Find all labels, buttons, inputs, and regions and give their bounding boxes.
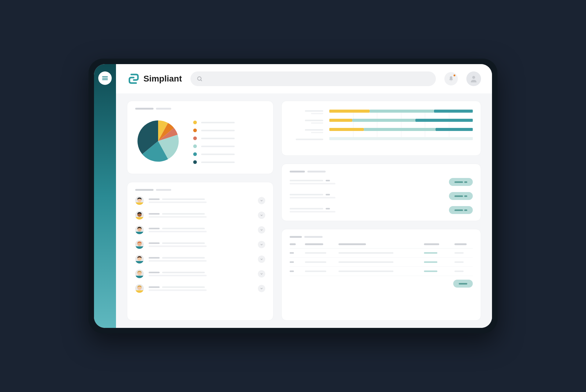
legend-label: [201, 122, 235, 123]
action-button[interactable]: [449, 192, 473, 200]
table-cell: [454, 261, 464, 263]
person-row: [135, 226, 265, 234]
pie-chart-card: [127, 101, 273, 174]
gantt-bar: [436, 128, 473, 131]
table-action-button[interactable]: [453, 280, 473, 288]
table-header-cell: [305, 243, 323, 245]
gantt-labels: [290, 110, 323, 141]
table-cell: [454, 270, 464, 272]
gantt-row-label: [290, 129, 323, 133]
legend-item: [193, 152, 265, 156]
table-row: [290, 258, 473, 267]
gantt-bar: [329, 110, 370, 113]
expand-button[interactable]: [258, 285, 265, 292]
people-card: [127, 182, 273, 321]
hamburger-icon: [101, 74, 109, 82]
legend-label: [201, 130, 235, 131]
legend-item: [193, 144, 265, 148]
table-cell: [338, 261, 393, 263]
legend-dot: [193, 136, 197, 140]
table-cell: [338, 270, 393, 272]
table-cell: [424, 270, 437, 272]
gantt-row: [329, 137, 473, 141]
header: Simpliant: [116, 64, 492, 93]
svg-rect-12: [135, 246, 144, 249]
notification-dot: [453, 74, 456, 77]
notifications-button[interactable]: [444, 72, 458, 85]
table-cell: [305, 261, 326, 263]
expand-button[interactable]: [258, 270, 265, 278]
gantt-row: [329, 110, 473, 114]
search-icon: [197, 76, 203, 82]
table-cell: [424, 252, 437, 254]
table-cell: [454, 252, 464, 254]
action-row: [290, 178, 473, 186]
legend-label: [201, 138, 235, 139]
gantt-bar: [434, 110, 473, 113]
table-body: [290, 249, 473, 276]
right-column: [281, 101, 481, 321]
gantt-row: [329, 119, 473, 123]
gantt-bar: [329, 128, 364, 131]
logo-icon: [127, 72, 140, 85]
person-info: [149, 286, 253, 291]
expand-button[interactable]: [258, 226, 265, 234]
logo: Simpliant: [127, 72, 182, 85]
svg-rect-14: [135, 261, 144, 263]
expand-button[interactable]: [258, 241, 265, 248]
legend-dot: [193, 152, 197, 156]
gantt-bar: [352, 119, 415, 122]
legend-dot: [193, 129, 197, 132]
chevron-down-icon: [260, 272, 263, 275]
action-info: [290, 208, 444, 212]
table-cell: [290, 261, 294, 263]
chevron-down-icon: [260, 287, 263, 290]
dashboard-content: [116, 93, 492, 328]
table-header-cell: [424, 243, 439, 245]
person-info: [149, 198, 253, 203]
action-row: [290, 206, 473, 214]
actions-card: [281, 164, 481, 221]
sidebar: [94, 64, 116, 328]
action-button[interactable]: [449, 206, 473, 214]
person-row: [135, 240, 265, 249]
person-avatar: [135, 240, 144, 249]
table-cell: [305, 252, 326, 254]
chevron-down-icon: [260, 258, 263, 261]
card-title: [290, 171, 473, 172]
person-info: [149, 257, 253, 262]
person-avatar: [135, 196, 144, 205]
gantt-bar: [370, 110, 434, 113]
chevron-down-icon: [260, 214, 263, 217]
pie-legend: [193, 118, 265, 164]
action-info: [290, 180, 444, 184]
action-button[interactable]: [449, 178, 473, 186]
legend-label: [201, 146, 235, 147]
person-info: [149, 213, 253, 218]
chevron-down-icon: [260, 243, 263, 246]
user-avatar[interactable]: [466, 71, 481, 86]
person-avatar: [135, 255, 144, 263]
search-input[interactable]: [206, 76, 430, 82]
person-avatar: [135, 270, 144, 278]
gantt-row: [329, 128, 473, 132]
svg-rect-8: [135, 217, 144, 220]
menu-button[interactable]: [98, 71, 112, 85]
logo-text: Simpliant: [143, 74, 182, 84]
gantt-row-label: [290, 139, 323, 140]
person-row: [135, 211, 265, 220]
person-avatar: [135, 226, 144, 234]
expand-button[interactable]: [258, 256, 265, 263]
table-card: [281, 229, 481, 321]
expand-button[interactable]: [258, 212, 265, 219]
table-cell: [305, 270, 326, 272]
app-screen: Simpliant: [94, 64, 492, 328]
table-cell: [290, 252, 294, 254]
svg-line-4: [201, 80, 202, 81]
search-bar[interactable]: [190, 71, 436, 86]
expand-button[interactable]: [258, 197, 265, 204]
table-header-cell: [338, 243, 366, 245]
gantt-row-label: [290, 120, 323, 124]
table-cell: [338, 252, 393, 254]
svg-point-3: [197, 77, 201, 80]
